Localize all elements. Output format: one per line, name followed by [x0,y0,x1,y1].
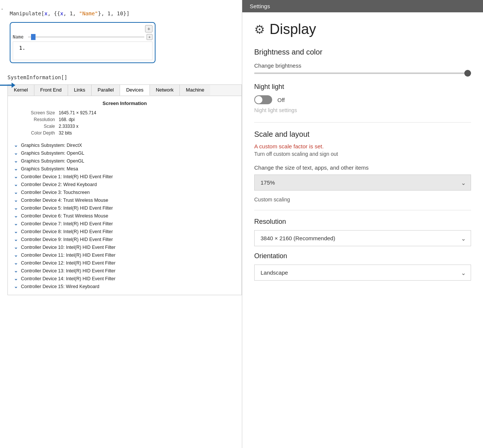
list-item[interactable]: ⌄Controller Device 1: Intel(R) HID Event… [11,173,239,180]
device-name: Controller Device 6: Trust Wireless Mous… [21,213,108,219]
list-item[interactable]: ⌄Controller Device 14: Intel(R) HID Even… [11,275,239,282]
cell-label: Resolution [12,117,56,123]
device-name: Controller Device 12: Intel(R) HID Event… [21,260,116,266]
slider-plus-btn[interactable]: + [147,34,153,40]
change-size-label: Change the size of text, apps, and other… [254,164,471,171]
device-name: Controller Device 8: Intel(R) HID Event … [21,229,113,234]
code-text-manipulate: Manipulate[x, {{x, 1, "Name"}, 1, 10}] [10,10,129,16]
tab-devices[interactable]: Devices [120,85,150,96]
list-item[interactable]: ⌄Controller Device 3: Touchscreen [11,188,239,196]
resolution-title: Resolution [254,218,471,226]
cell-bracket-manipulate: ▪ [1,7,3,11]
slider-name-label: Name [13,34,26,40]
settings-header-text: Settings [250,3,270,9]
manipulate-code: Manipulate[x, {{x, 1, "Name"}, 1, 10}] [3,7,239,21]
list-item[interactable]: ⌄Controller Device 12: Intel(R) HID Even… [11,259,239,267]
left-panel: ▪ Manipulate[x, {{x, 1, "Name"}, 1, 10}]… [0,0,242,448]
night-light-settings-link[interactable]: Night light settings [254,107,471,113]
device-name: Controller Device 15: Wired Keyboard [21,284,99,289]
chevron-icon: ⌄ [14,174,18,179]
night-light-toggle[interactable] [254,95,272,104]
device-name: Graphics Subsystem: DirectX [21,143,82,148]
settings-header: Settings [242,0,483,12]
device-name: Controller Device 1: Intel(R) HID Event … [21,174,113,179]
resolution-dropdown-wrapper: 3840 × 2160 (Recommended)2560 × 14401920… [254,230,471,246]
chevron-icon: ⌄ [14,244,18,250]
list-item[interactable]: ⌄Controller Device 5: Intel(R) HID Event… [11,204,239,212]
sysinfo-section: ▪ SystemInformation[] Kernel Front End L… [0,71,242,295]
list-item[interactable]: ⌄Graphics Subsystem: DirectX [11,141,239,149]
device-name: Controller Device 10: Intel(R) HID Event… [21,245,116,250]
list-item[interactable]: ⌄Controller Device 13: Intel(R) HID Even… [11,267,239,275]
night-light-title: Night light [254,83,471,91]
night-light-row: Off [254,95,471,104]
chevron-icon: ⌄ [14,158,18,164]
orientation-dropdown-wrapper: LandscapePortraitLandscape (flipped)Port… [254,265,471,281]
brightness-section-title: Brightness and color [254,48,471,56]
cell-label: Color Depth [12,130,56,136]
chevron-icon: ⌄ [14,182,18,187]
cell-value: 32 bits [57,130,238,136]
table-row: Scale 2.33333 x [12,123,238,129]
chevron-icon: ⌄ [14,189,18,195]
tab-links[interactable]: Links [68,85,92,96]
output-cell: 1. [13,41,153,60]
list-item[interactable]: ⌄Controller Device 7: Intel(R) HID Event… [11,220,239,228]
scale-layout-title: Scale and layout [254,130,471,139]
tab-parallel[interactable]: Parallel [92,85,120,96]
list-item[interactable]: ⌄Controller Device 10: Intel(R) HID Even… [11,243,239,251]
manipulate-add-btn[interactable]: + [145,25,153,33]
chevron-icon: ⌄ [14,276,18,281]
brightness-thumb[interactable] [464,70,471,77]
right-panel: Settings ⚙ Display Brightness and color … [242,0,483,448]
brightness-slider[interactable] [254,72,471,74]
output-value: 1. [19,45,25,51]
screen-info-table: Screen Size 1645.71 × 925.714 Resolution… [11,109,239,137]
custom-scale-warning: A custom scale factor is set. [254,143,471,149]
list-item[interactable]: ⌄Graphics Subsystem: OpenGL [11,157,239,165]
list-item[interactable]: ⌄Controller Device 9: Intel(R) HID Event… [11,235,239,243]
chevron-icon: ⌄ [14,268,18,274]
change-brightness-label: Change brightness [254,62,471,69]
chevron-icon: ⌄ [14,284,18,289]
list-item[interactable]: ⌄Controller Device 15: Wired Keyboard [11,282,239,290]
sysinfo-tabs: Kernel Front End Links Parallel Devices … [7,84,242,96]
scale-dropdown[interactable]: 100%125%150%175%200% [254,174,471,191]
chevron-icon: ⌄ [14,260,18,266]
scale-dropdown-wrapper: 100%125%150%175%200% ⌄ [254,174,471,191]
chevron-icon: ⌄ [14,197,18,203]
list-item[interactable]: ⌄Controller Device 6: Trust Wireless Mou… [11,212,239,220]
name-slider[interactable] [28,34,144,40]
toggle-knob [255,96,262,103]
tab-machine[interactable]: Machine [180,85,210,96]
list-item[interactable]: ⌄Controller Device 4: Trust Wireless Mou… [11,196,239,204]
tab-network[interactable]: Network [150,85,180,96]
device-name: Controller Device 3: Touchscreen [21,190,90,195]
device-name: Controller Device 5: Intel(R) HID Event … [21,206,113,211]
custom-scaling-link[interactable]: Custom scaling [254,197,471,203]
device-name: Controller Device 9: Intel(R) HID Event … [21,237,113,242]
tab-frontend[interactable]: Front End [34,85,68,96]
device-name: Controller Device 14: Intel(R) HID Event… [21,276,116,281]
cell-value: 1645.71 × 925.714 [57,110,238,116]
chevron-icon: ⌄ [14,205,18,211]
orientation-dropdown[interactable]: LandscapePortraitLandscape (flipped)Port… [254,265,471,281]
gear-icon: ⚙ [254,22,265,37]
brightness-fill [254,72,460,74]
chevron-icon: ⌄ [14,213,18,219]
orientation-title: Orientation [254,252,471,260]
custom-scale-sub[interactable]: Turn off custom scaling and sign out [254,151,471,157]
list-item[interactable]: ⌄Controller Device 2: Wired Keyboard [11,180,239,188]
list-item[interactable]: ⌄Controller Device 11: Intel(R) HID Even… [11,251,239,259]
arrow-annotation [0,80,15,92]
list-item[interactable]: ⌄Controller Device 8: Intel(R) HID Event… [11,228,239,235]
list-item[interactable]: ⌄Graphics Subsystem: OpenGL [11,149,239,157]
device-name: Controller Device 7: Intel(R) HID Event … [21,221,113,226]
table-row: Screen Size 1645.71 × 925.714 [12,110,238,116]
device-list: ⌄Graphics Subsystem: DirectX⌄Graphics Su… [11,141,239,290]
list-item[interactable]: ⌄Graphics Subsystem: Mesa [11,165,239,173]
resolution-dropdown[interactable]: 3840 × 2160 (Recommended)2560 × 14401920… [254,230,471,246]
chevron-icon: ⌄ [14,252,18,258]
table-row: Resolution 168. dpi [12,117,238,123]
cell-label: Scale [12,123,56,129]
